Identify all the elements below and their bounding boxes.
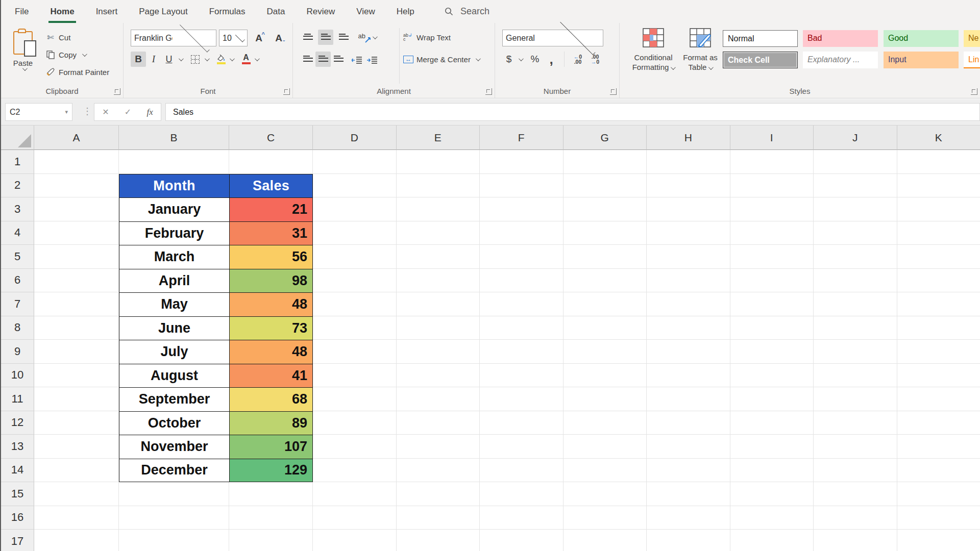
column-header-A[interactable]: A — [34, 126, 119, 150]
cell-K2[interactable] — [897, 174, 980, 198]
cell-F3[interactable] — [480, 197, 564, 221]
cell-K15[interactable] — [897, 482, 980, 506]
cell-E2[interactable] — [397, 174, 480, 198]
cell-H15[interactable] — [647, 482, 730, 506]
cell-F9[interactable] — [480, 340, 564, 364]
cell-D6[interactable] — [313, 269, 397, 293]
percent-style-button[interactable]: % — [527, 52, 543, 67]
cell-C2[interactable]: Sales — [229, 174, 313, 198]
cell-style-check-cell[interactable]: Check Cell — [723, 52, 798, 68]
cell-A4[interactable] — [34, 221, 119, 245]
cell-E12[interactable] — [397, 411, 480, 435]
cell-D12[interactable] — [313, 411, 397, 435]
cell-A1[interactable] — [34, 150, 119, 174]
cell-G9[interactable] — [564, 340, 647, 364]
middle-align-button[interactable] — [318, 30, 333, 45]
decrease-indent-button[interactable] — [349, 52, 364, 67]
cell-I13[interactable] — [730, 435, 814, 459]
alignment-dialog-launcher-icon[interactable] — [485, 88, 492, 95]
cell-C5[interactable]: 56 — [229, 245, 313, 269]
cell-D16[interactable] — [313, 506, 397, 530]
cell-J6[interactable] — [814, 269, 897, 293]
cell-G16[interactable] — [564, 506, 647, 530]
cell-K8[interactable] — [897, 316, 980, 340]
cell-I5[interactable] — [730, 245, 814, 269]
row-header-13[interactable]: 13 — [1, 435, 34, 459]
cell-A5[interactable] — [34, 245, 119, 269]
cell-C10[interactable]: 41 — [229, 364, 313, 388]
cell-J11[interactable] — [814, 387, 897, 411]
cell-G1[interactable] — [564, 150, 647, 174]
cell-I12[interactable] — [730, 411, 814, 435]
cell-J7[interactable] — [814, 292, 897, 316]
row-header-7[interactable]: 7 — [1, 292, 34, 316]
cell-E1[interactable] — [397, 150, 480, 174]
conditional-formatting-button[interactable]: Conditional Formatting — [631, 28, 676, 93]
cell-G12[interactable] — [564, 411, 647, 435]
cell-D3[interactable] — [313, 197, 397, 221]
merge-center-button[interactable]: Merge & Center — [401, 52, 481, 67]
row-header-5[interactable]: 5 — [1, 245, 34, 269]
cell-F15[interactable] — [480, 482, 564, 506]
cell-J2[interactable] — [814, 174, 897, 198]
row-header-16[interactable]: 16 — [1, 506, 34, 530]
cell-K12[interactable] — [897, 411, 980, 435]
row-header-9[interactable]: 9 — [1, 340, 34, 364]
cell-A16[interactable] — [34, 506, 119, 530]
cell-F13[interactable] — [480, 435, 564, 459]
cell-style-bad[interactable]: Bad — [803, 30, 878, 47]
cell-C9[interactable]: 48 — [229, 340, 313, 364]
cell-H12[interactable] — [647, 411, 730, 435]
cell-C4[interactable]: 31 — [229, 221, 313, 245]
cell-G14[interactable] — [564, 459, 647, 483]
cell-J5[interactable] — [814, 245, 897, 269]
cell-I2[interactable] — [730, 174, 814, 198]
cell-E13[interactable] — [397, 435, 480, 459]
cell-K4[interactable] — [897, 221, 980, 245]
cell-A14[interactable] — [34, 459, 119, 483]
underline-button[interactable]: U — [161, 52, 177, 67]
cell-A8[interactable] — [34, 316, 119, 340]
clipboard-dialog-launcher-icon[interactable] — [114, 88, 120, 95]
cell-I9[interactable] — [730, 340, 814, 364]
cell-B5[interactable]: March — [119, 245, 229, 269]
cell-D10[interactable] — [313, 364, 397, 388]
cell-E6[interactable] — [397, 269, 480, 293]
cell-B2[interactable]: Month — [119, 174, 229, 198]
cell-B3[interactable]: January — [119, 197, 229, 221]
cell-F1[interactable] — [480, 150, 564, 174]
cell-A13[interactable] — [34, 435, 119, 459]
number-format-select[interactable]: General — [502, 30, 603, 46]
cell-B9[interactable]: July — [119, 340, 229, 364]
name-box-dropdown-icon[interactable]: ▾ — [65, 109, 68, 115]
styles-dialog-launcher-icon[interactable] — [971, 88, 977, 95]
column-header-B[interactable]: B — [119, 126, 229, 150]
increase-font-size-button[interactable]: A^ — [250, 31, 267, 46]
cell-I14[interactable] — [730, 459, 814, 483]
cell-A10[interactable] — [34, 364, 119, 388]
font-name-select[interactable]: Franklin Gothic Me — [131, 30, 216, 46]
cell-style-good[interactable]: Good — [884, 30, 959, 47]
cell-J8[interactable] — [814, 316, 897, 340]
cell-B13[interactable]: November — [119, 435, 229, 459]
cell-D7[interactable] — [313, 292, 397, 316]
cell-I3[interactable] — [730, 197, 814, 221]
column-header-G[interactable]: G — [564, 126, 647, 150]
cell-H9[interactable] — [647, 340, 730, 364]
cell-E14[interactable] — [397, 459, 480, 483]
cell-I16[interactable] — [730, 506, 814, 530]
cell-J10[interactable] — [814, 364, 897, 388]
cell-A15[interactable] — [34, 482, 119, 506]
cell-A12[interactable] — [34, 411, 119, 435]
cell-C3[interactable]: 21 — [229, 197, 313, 221]
cell-A6[interactable] — [34, 269, 119, 293]
select-all-corner[interactable] — [1, 126, 34, 150]
increase-decimal-button[interactable]: ←0.00 — [570, 52, 586, 67]
cell-H13[interactable] — [647, 435, 730, 459]
cell-I1[interactable] — [730, 150, 814, 174]
name-box[interactable]: C2 ▾ — [5, 103, 72, 121]
cell-B6[interactable]: April — [119, 269, 229, 293]
tab-home[interactable]: Home — [39, 0, 85, 23]
cell-B11[interactable]: September — [119, 387, 229, 411]
cell-J4[interactable] — [814, 221, 897, 245]
